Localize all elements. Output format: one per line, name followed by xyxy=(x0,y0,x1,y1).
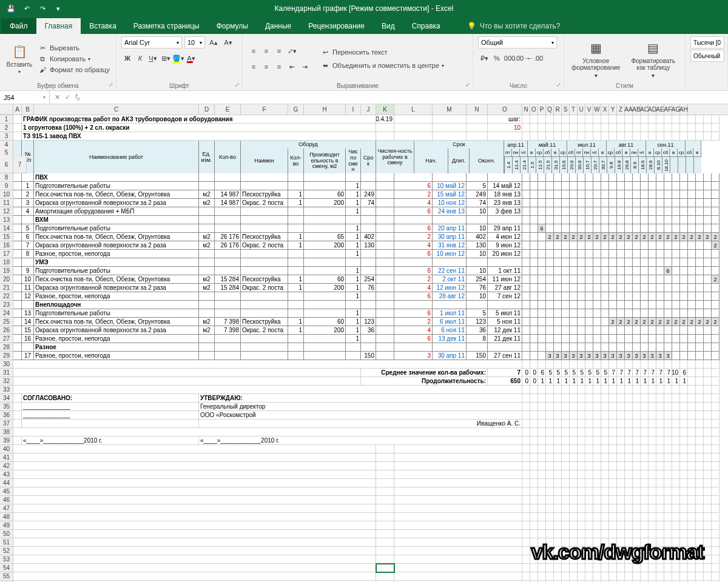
row-41[interactable]: 41 xyxy=(0,453,13,462)
fill-color-button[interactable]: 🪣▾ xyxy=(172,52,184,64)
row-10[interactable]: 10 xyxy=(0,190,13,199)
row-25[interactable]: 25 xyxy=(0,318,13,326)
row-45[interactable]: 45 xyxy=(0,487,13,496)
tab-home[interactable]: Главная xyxy=(36,18,81,34)
row-40[interactable]: 40 xyxy=(0,445,13,453)
dec-decimal-icon[interactable]: ←.00 xyxy=(529,52,541,64)
col-K[interactable]: K xyxy=(376,104,394,115)
col-B[interactable]: B xyxy=(22,104,34,115)
sheet-title[interactable]: ГРАФИК производства работ по АКЗ трубопр… xyxy=(22,115,376,124)
tab-formulas[interactable]: Формулы xyxy=(208,18,257,34)
fx-icon[interactable]: fx xyxy=(75,93,80,102)
row-20[interactable]: 20 xyxy=(0,275,13,284)
row-12[interactable]: 12 xyxy=(0,207,13,216)
grow-font-icon[interactable]: A▴ xyxy=(207,36,220,48)
row-21[interactable]: 21 xyxy=(0,284,13,292)
launcher-icon[interactable]: ⤢ xyxy=(109,82,113,88)
style-normal[interactable]: Обычный xyxy=(690,50,724,62)
row-51[interactable]: 51 xyxy=(0,538,13,547)
row-15[interactable]: 15 xyxy=(0,233,13,241)
col-C[interactable]: C xyxy=(34,104,199,115)
format-table-button[interactable]: ▤ Форматировать как таблицу▾ xyxy=(627,36,681,81)
indent-right-icon[interactable]: ⇥ xyxy=(298,61,311,73)
row-22[interactable]: 22 xyxy=(0,292,13,301)
row-26[interactable]: 26 xyxy=(0,326,13,335)
cancel-icon[interactable]: ✕ xyxy=(55,93,60,101)
row-14[interactable]: 14 xyxy=(0,224,13,233)
row-37[interactable]: 37 xyxy=(0,420,13,428)
col-N[interactable]: N xyxy=(467,104,488,115)
format-painter-button[interactable]: 🖌Формат по образцу xyxy=(38,65,110,75)
row-17[interactable]: 17 xyxy=(0,250,13,258)
name-box[interactable]: J54▾ xyxy=(0,91,50,104)
col-A[interactable]: A xyxy=(13,104,22,115)
col-E[interactable]: E xyxy=(215,104,241,115)
tell-me[interactable]: 💡 Что вы хотите сделать? xyxy=(461,18,567,34)
tab-help[interactable]: Справка xyxy=(403,18,449,34)
tab-insert[interactable]: Вставка xyxy=(81,18,125,34)
redo-icon[interactable]: ↷ xyxy=(35,2,50,15)
row-47[interactable]: 47 xyxy=(0,504,13,513)
col-D[interactable]: D xyxy=(199,104,215,115)
row-32[interactable]: 32 xyxy=(0,377,13,386)
font-size-combo[interactable]: 10▾ xyxy=(184,36,205,48)
col-I[interactable]: I xyxy=(346,104,361,115)
shrink-font-icon[interactable]: A▾ xyxy=(222,36,234,48)
qat-more-icon[interactable]: ▾ xyxy=(51,2,66,15)
launcher-icon[interactable]: ⤢ xyxy=(556,82,561,88)
col-J[interactable]: J xyxy=(361,104,376,115)
row-8[interactable]: 8 xyxy=(0,173,13,182)
font-name-combo[interactable]: Arial Cyr▾ xyxy=(121,36,182,48)
align-center-icon[interactable]: ≡ xyxy=(260,61,272,73)
row-24[interactable]: 24 xyxy=(0,309,13,318)
row-55[interactable]: 55 xyxy=(0,572,13,581)
cut-button[interactable]: ✂Вырезать xyxy=(38,43,110,53)
italic-button[interactable]: К xyxy=(134,52,146,64)
row-13[interactable]: 13 xyxy=(0,216,13,224)
col-M[interactable]: M xyxy=(433,104,467,115)
font-color-button[interactable]: A▾ xyxy=(185,52,197,64)
row-33[interactable]: 33 xyxy=(0,386,13,394)
percent-icon[interactable]: % xyxy=(491,52,503,64)
col-O[interactable]: O xyxy=(488,104,522,115)
tab-data[interactable]: Данные xyxy=(257,18,300,34)
row-53[interactable]: 53 xyxy=(0,555,13,564)
indent-left-icon[interactable]: ⇤ xyxy=(286,61,298,73)
row-49[interactable]: 49 xyxy=(0,521,13,530)
tab-file[interactable]: Файл xyxy=(1,18,36,34)
row-52[interactable]: 52 xyxy=(0,547,13,555)
merge-button[interactable]: ⬌Объединить и поместить в центре▾ xyxy=(320,61,444,70)
copy-button[interactable]: ⧉Копировать▾ xyxy=(38,54,110,64)
tab-review[interactable]: Рецензирование xyxy=(300,18,373,34)
row-28[interactable]: 28 xyxy=(0,343,13,352)
bold-button[interactable]: Ж xyxy=(121,52,133,64)
style-thousands[interactable]: Тысячи [0 xyxy=(690,36,724,48)
row-23[interactable]: 23 xyxy=(0,301,13,309)
align-top-icon[interactable]: ≡ xyxy=(248,45,260,57)
row-35[interactable]: 35 xyxy=(0,403,13,411)
paste-button[interactable]: 📋 Вставить ▾ xyxy=(5,36,34,81)
tab-view[interactable]: Вид xyxy=(373,18,403,34)
align-middle-icon[interactable]: ≡ xyxy=(260,45,272,57)
worksheet-grid[interactable]: A B C D E F G H I J K L M N O N O P Q R … xyxy=(0,104,728,582)
row-16[interactable]: 16 xyxy=(0,241,13,250)
row-7[interactable]: 7 xyxy=(13,156,27,173)
row-4[interactable]: 4 xyxy=(0,141,13,149)
row-38[interactable]: 38 xyxy=(0,428,13,436)
number-format-combo[interactable]: Общий▾ xyxy=(478,36,557,48)
row-18[interactable]: 18 xyxy=(0,258,13,267)
enter-icon[interactable]: ✓ xyxy=(65,93,70,101)
row-43[interactable]: 43 xyxy=(0,470,13,479)
row-34[interactable]: 34 xyxy=(0,394,13,403)
border-button[interactable]: ⊞▾ xyxy=(160,52,172,64)
row-2[interactable]: 2 xyxy=(0,124,13,132)
row-54[interactable]: 54 xyxy=(0,564,13,572)
row-19[interactable]: 19 xyxy=(0,267,13,275)
row-3[interactable]: 3 xyxy=(0,132,13,141)
align-right-icon[interactable]: ≡ xyxy=(273,61,285,73)
underline-button[interactable]: Ч▾ xyxy=(147,52,159,64)
col-H[interactable]: H xyxy=(304,104,346,115)
row-44[interactable]: 44 xyxy=(0,479,13,487)
align-bottom-icon[interactable]: ≡ xyxy=(273,45,285,57)
row-11[interactable]: 11 xyxy=(0,199,13,207)
